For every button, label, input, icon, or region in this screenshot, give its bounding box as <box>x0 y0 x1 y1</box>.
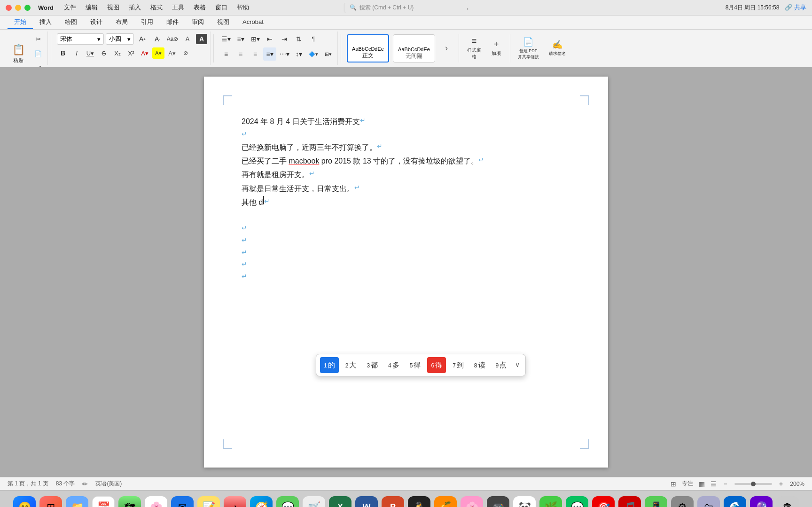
tab-design[interactable]: 设计 <box>84 16 109 29</box>
dock-calendar[interactable]: 📅 <box>92 496 115 507</box>
paste-button[interactable]: 📋 粘贴 <box>7 39 30 67</box>
menu-tools[interactable]: 工具 <box>167 3 189 12</box>
ime-item-1[interactable]: 1的 <box>320 357 339 373</box>
view-normal-icon[interactable]: ⊞ <box>671 480 676 488</box>
menu-format[interactable]: 格式 <box>146 3 167 12</box>
dock-messages[interactable]: 💬 <box>276 496 299 507</box>
dock-launchpad[interactable]: ⊞ <box>39 496 62 507</box>
dock-wechat[interactable]: 💬 <box>565 496 589 507</box>
dock-penguin[interactable]: 🐧 <box>407 496 431 507</box>
font-a-button[interactable]: A <box>196 34 207 44</box>
chinese-layout-button[interactable]: ⋯▾ <box>278 47 291 61</box>
dock-app-green[interactable]: 🌿 <box>539 496 562 507</box>
ime-expand-arrow[interactable]: ∨ <box>513 358 522 373</box>
ime-popup[interactable]: 1的 2大 3都 4多 5得 6得 7到 8读 9点 ∨ <box>316 354 526 376</box>
ime-item-5[interactable]: 5得 <box>406 357 425 373</box>
menu-table[interactable]: 表格 <box>189 3 211 12</box>
increase-indent-button[interactable]: ⇥ <box>278 32 291 46</box>
expand-styles-button[interactable]: › <box>438 34 455 62</box>
dock-app-game[interactable]: 🎮 <box>486 496 510 507</box>
ime-item-9[interactable]: 9点 <box>492 357 511 373</box>
zoom-in-button[interactable]: ＋ <box>778 480 784 488</box>
align-left-button[interactable]: ≡ <box>219 47 233 61</box>
phonetic-button[interactable]: A <box>181 32 194 46</box>
font-family-selector[interactable]: 宋体 ▾ <box>57 33 104 45</box>
tab-mailings[interactable]: 邮件 <box>160 16 185 29</box>
ime-item-6[interactable]: 6得 <box>427 357 446 373</box>
proofread-icon[interactable]: ✏ <box>82 480 88 488</box>
dock-photos[interactable]: 🌸 <box>144 496 168 507</box>
view-layout-icon[interactable]: ▦ <box>699 480 705 488</box>
clear-all-button[interactable]: ⊘ <box>180 47 192 59</box>
dock-app-target[interactable]: 🎯 <box>592 496 615 507</box>
language-label[interactable]: 英语(美国) <box>95 480 122 488</box>
tab-review[interactable]: 审阅 <box>185 16 211 29</box>
search-bar[interactable]: 🔍 搜索 (Cmd + Ctrl + U) <box>345 2 467 13</box>
tab-home[interactable]: 开始 <box>8 16 33 29</box>
menu-view[interactable]: 视图 <box>102 3 124 12</box>
dock-excel[interactable]: X <box>328 496 352 507</box>
ime-item-7[interactable]: 7到 <box>449 357 468 373</box>
border-button[interactable]: ⊞▾ <box>321 47 335 61</box>
clear-format-button[interactable]: Aa⊘ <box>166 32 179 46</box>
dock-app3[interactable]: 🛒 <box>302 496 326 507</box>
menu-file[interactable]: 文件 <box>59 3 81 12</box>
decrease-indent-button[interactable]: ⇤ <box>263 32 276 46</box>
text-effect-button[interactable]: A▾ <box>166 47 178 59</box>
dock-powerpoint[interactable]: P <box>381 496 405 507</box>
dock-app-bear[interactable]: 🐼 <box>513 496 536 507</box>
dock-word[interactable]: W <box>355 496 378 507</box>
menu-insert[interactable]: 插入 <box>124 3 146 12</box>
maximize-button[interactable] <box>24 5 31 11</box>
request-sign-button[interactable]: ✍ 请求签名 <box>543 34 571 62</box>
ime-item-3[interactable]: 3都 <box>363 357 382 373</box>
tab-insert[interactable]: 插入 <box>33 16 58 29</box>
tab-layout[interactable]: 布局 <box>109 16 134 29</box>
dock-safari[interactable]: 🧭 <box>250 496 273 507</box>
create-pdf-button[interactable]: 📄 创建 PDF 并共享链接 <box>514 34 542 62</box>
document-page[interactable]: 2024 年 8 月 4 日关于生活消费开支 ↵ ↵ 已经换新电脑了，近两三年不… <box>204 77 608 468</box>
ime-item-4[interactable]: 4多 <box>384 357 403 373</box>
focus-mode-label[interactable]: 专注 <box>682 480 693 488</box>
dock-phone[interactable]: 📱 <box>644 496 668 507</box>
add-item-button[interactable]: + 加项 <box>486 34 506 62</box>
document-content[interactable]: 2024 年 8 月 4 日关于生活消费开支 ↵ ↵ 已经换新电脑了，近两三年不… <box>242 115 570 282</box>
dock-app-wave[interactable]: 🌊 <box>723 496 747 507</box>
bullets-button[interactable]: ☰▾ <box>219 32 233 46</box>
increase-font-button[interactable]: A+ <box>136 32 149 46</box>
document-area[interactable]: 2024 年 8 月 4 日关于生活消费开支 ↵ ↵ 已经换新电脑了，近两三年不… <box>0 67 812 477</box>
font-color-button[interactable]: A▾ <box>139 47 151 59</box>
dock-maps[interactable]: 🗺 <box>118 496 141 507</box>
font-size-selector[interactable]: 小四 ▾ <box>106 33 134 45</box>
menu-edit[interactable]: 编辑 <box>81 3 102 12</box>
styles-window-button[interactable]: ≡ 样式窗格 <box>463 34 485 62</box>
underline-button[interactable]: U▾ <box>84 47 96 59</box>
dock-files[interactable]: 🗂 <box>697 496 720 507</box>
dock-folder[interactable]: 📁 <box>65 496 89 507</box>
bold-button[interactable]: B <box>57 47 69 59</box>
tab-draw[interactable]: 绘图 <box>58 16 84 29</box>
menu-window[interactable]: 窗口 <box>211 3 232 12</box>
zoom-out-button[interactable]: － <box>722 480 729 488</box>
style-nospace-button[interactable]: AaBbCcDdEe 无间隔 <box>393 34 435 62</box>
dock-mail[interactable]: ✉ <box>171 496 194 507</box>
dock-app-magic[interactable]: 🔮 <box>750 496 773 507</box>
highlight-button[interactable]: A▾ <box>152 47 164 59</box>
tab-acrobat[interactable]: Acrobat <box>236 16 270 29</box>
align-right-button[interactable]: ≡ <box>249 47 262 61</box>
copy-button[interactable]: 📄 <box>31 47 45 60</box>
share-button[interactable]: 🔗 共享 <box>785 3 806 12</box>
ime-item-2[interactable]: 2大 <box>342 357 360 373</box>
dock-settings[interactable]: ⚙ <box>671 496 694 507</box>
dock-notes[interactable]: 📝 <box>197 496 220 507</box>
dock-app-pink[interactable]: 🌸 <box>460 496 484 507</box>
italic-button[interactable]: I <box>70 47 83 59</box>
dock-app-music2[interactable]: 🎵 <box>618 496 641 507</box>
close-button[interactable] <box>6 5 12 11</box>
superscript-button[interactable]: X² <box>125 47 137 59</box>
cut-button[interactable]: ✂ <box>31 32 45 46</box>
align-center-button[interactable]: ≡ <box>234 47 247 61</box>
dock-finder[interactable]: 😊 <box>13 496 36 507</box>
dock-app-orange[interactable]: 🍊 <box>434 496 457 507</box>
format-painter-button[interactable]: 🖌 <box>31 62 45 67</box>
